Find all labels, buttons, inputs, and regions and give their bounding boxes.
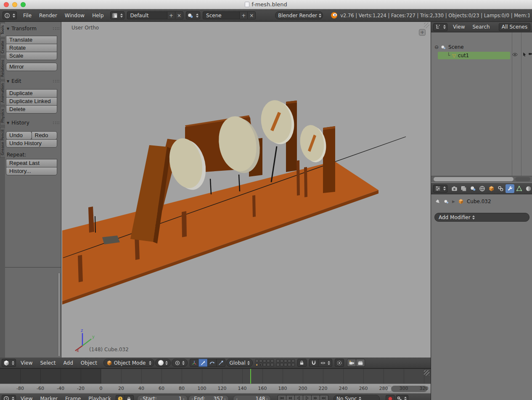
jump-start-button[interactable]: [278, 395, 286, 400]
play-reverse-button[interactable]: [294, 395, 303, 400]
object-data-tab-icon[interactable]: [515, 184, 524, 193]
layer-toggle-3[interactable]: [263, 359, 266, 363]
area-resize-grip[interactable]: [424, 370, 429, 376]
screen-layout-field[interactable]: Default + ×: [127, 11, 184, 19]
operator-panel-separator[interactable]: [5, 267, 61, 268]
view3d-menu-item[interactable]: View: [17, 360, 36, 366]
minimize-window-button[interactable]: [12, 2, 17, 7]
timeline-menu-item[interactable]: View: [17, 396, 36, 400]
layer-toggle-4[interactable]: [267, 359, 270, 363]
material-tab-icon[interactable]: [524, 184, 532, 193]
tool-button[interactable]: Translate: [6, 36, 57, 44]
render-engine-select[interactable]: Blender Render: [275, 11, 323, 19]
undo-history-button[interactable]: Undo History: [6, 139, 57, 148]
end-frame-field[interactable]: ‹ End: 357 ›: [188, 395, 229, 400]
layer-toggle-3[interactable]: [284, 359, 287, 363]
info-menu-item[interactable]: Window: [61, 13, 88, 19]
breadcrumb-object-name[interactable]: Cube.032: [467, 199, 491, 204]
play-button[interactable]: [303, 395, 312, 400]
cursor-icon[interactable]: [522, 52, 527, 58]
render-tab-icon[interactable]: [450, 184, 459, 193]
next-keyframe-button[interactable]: [311, 395, 320, 400]
panel-header-edit[interactable]: ▼ Edit: [5, 77, 61, 85]
tool-button[interactable]: Redo: [32, 131, 58, 140]
layer-toggle-10[interactable]: [291, 363, 295, 366]
panel-header-history[interactable]: ▼ History: [5, 119, 61, 127]
layer-toggle-7[interactable]: [280, 363, 283, 366]
opengl-render-image-button[interactable]: [347, 359, 356, 367]
view3d-editor-type-button[interactable]: [2, 359, 16, 367]
area-resize-grip[interactable]: [424, 23, 429, 28]
rotate-manipulator-button[interactable]: [207, 359, 217, 367]
info-editor-type-button[interactable]: [3, 11, 17, 19]
auto-keyframe-button[interactable]: [386, 395, 395, 400]
tool-shelf-tab-tools[interactable]: Tools: [0, 23, 5, 37]
layer-toggle-7[interactable]: [259, 363, 262, 366]
opengl-render-anim-button[interactable]: [356, 359, 365, 367]
layer-toggle-9[interactable]: [288, 363, 291, 366]
layer-toggle-10[interactable]: [270, 363, 274, 366]
jump-end-button[interactable]: [320, 395, 328, 400]
tool-shelf-tab-relations[interactable]: Relations: [0, 57, 5, 79]
properties-editor-type-button[interactable]: [433, 185, 447, 193]
outliner-scene-label[interactable]: Scene: [448, 44, 464, 50]
timeline-menu-item[interactable]: Marker: [36, 396, 61, 400]
sync-mode-select[interactable]: No Sync: [333, 395, 380, 400]
playback-range-clock-button[interactable]: [116, 395, 125, 400]
layer-toggle-2[interactable]: [280, 359, 283, 363]
constraints-tab-icon[interactable]: [496, 184, 505, 193]
outliner-editor-type-button[interactable]: [433, 23, 447, 31]
layer-toggle-8[interactable]: [263, 363, 266, 366]
tool-button[interactable]: Undo: [6, 131, 32, 140]
layer-toggle-6[interactable]: [255, 363, 259, 366]
outliner-filter-select[interactable]: All Scenes: [499, 23, 531, 31]
proportional-center-button[interactable]: [335, 359, 344, 367]
scrollbar-thumb[interactable]: [434, 177, 513, 181]
outliner-row-scene[interactable]: ⊖ Scene: [434, 43, 464, 51]
scene-tab-icon[interactable]: [468, 184, 477, 193]
panel-grip-icon[interactable]: [53, 122, 59, 124]
info-menu-item[interactable]: Help: [88, 13, 107, 19]
translate-manipulator-button[interactable]: [199, 359, 208, 367]
tool-button[interactable]: Duplicate: [6, 89, 57, 98]
breadcrumb-scene-icon[interactable]: [444, 199, 449, 204]
camera-icon[interactable]: [528, 52, 532, 57]
scene-value[interactable]: Scene: [203, 12, 239, 19]
region-expand-button[interactable]: +: [419, 29, 426, 36]
prev-keyframe-button[interactable]: [286, 395, 295, 400]
tool-button[interactable]: Duplicate Linked: [6, 97, 57, 106]
snap-element-select[interactable]: [318, 359, 332, 367]
view3d-menu-item[interactable]: Object: [77, 360, 101, 366]
outliner-menu-item[interactable]: Search: [468, 24, 493, 30]
tool-shelf-tab-animation[interactable]: Animation: [0, 81, 5, 105]
layer-toggle-4[interactable]: [288, 359, 291, 363]
tool-shelf-tab-create[interactable]: Create: [0, 38, 5, 56]
lock-to-scene-button[interactable]: [297, 359, 307, 367]
mode-select[interactable]: Object Mode: [103, 359, 155, 367]
outliner-item-label[interactable]: cut1: [458, 53, 469, 58]
snap-toggle-button[interactable]: [309, 359, 318, 367]
transform-orientation-select[interactable]: Global: [226, 359, 252, 367]
view3d-menu-item[interactable]: Add: [60, 360, 77, 366]
tool-shelf-scrollbar[interactable]: [58, 273, 60, 357]
collapse-icon[interactable]: ⊖: [434, 44, 439, 50]
layer-toggle-5[interactable]: [291, 359, 295, 363]
screen-layout-icon-button[interactable]: [110, 11, 124, 19]
timeline-ruler[interactable]: -80-60-40-200204060801001201401601802002…: [0, 384, 431, 393]
layer-toggle-8[interactable]: [284, 363, 287, 366]
outliner-h-scrollbar[interactable]: [431, 176, 532, 182]
increment-arrow[interactable]: ›: [223, 396, 227, 400]
tool-button[interactable]: History...: [6, 167, 57, 175]
viewport-3d[interactable]: User Ortho z y x (148) Cube.032 +: [61, 22, 431, 358]
start-frame-field[interactable]: ‹ Start: 1 ›: [137, 395, 188, 400]
current-frame-field[interactable]: ‹ 148 ›: [233, 395, 271, 400]
panel-header-transform[interactable]: ▼ Transform: [5, 24, 61, 33]
outliner-menu-item[interactable]: View: [449, 24, 468, 30]
viewport-shading-select[interactable]: [155, 359, 171, 367]
increment-arrow[interactable]: ›: [182, 396, 185, 400]
mirror-button[interactable]: Mirror: [6, 63, 57, 71]
modifiers-tab-icon[interactable]: [506, 184, 514, 193]
timeline-menu-item[interactable]: Frame: [61, 396, 85, 400]
render-layers-tab-icon[interactable]: [459, 184, 468, 193]
add-modifier-button[interactable]: Add Modifier: [434, 213, 529, 222]
